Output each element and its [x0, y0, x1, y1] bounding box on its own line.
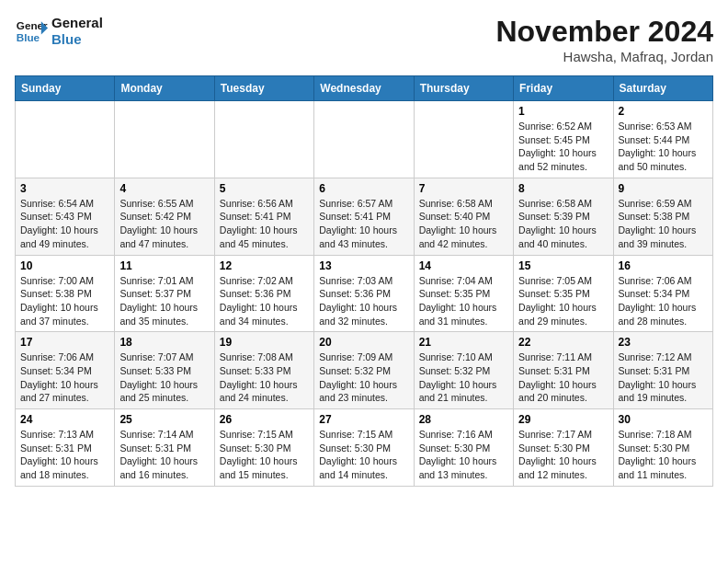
- day-number: 1: [518, 105, 608, 118]
- day-info: Sunrise: 7:03 AMSunset: 5:36 PMDaylight:…: [319, 274, 408, 328]
- day-number: 28: [419, 413, 508, 426]
- day-info: Sunrise: 7:13 AMSunset: 5:31 PMDaylight:…: [20, 428, 109, 482]
- calendar-cell: 11Sunrise: 7:01 AMSunset: 5:37 PMDayligh…: [115, 255, 214, 332]
- day-info: Sunrise: 7:12 AMSunset: 5:31 PMDaylight:…: [619, 350, 708, 405]
- day-number: 15: [518, 259, 608, 272]
- calendar-cell: 29Sunrise: 7:17 AMSunset: 5:30 PMDayligh…: [514, 409, 613, 487]
- day-info: Sunrise: 6:57 AMSunset: 5:41 PMDaylight:…: [319, 197, 408, 251]
- calendar-cell: 18Sunrise: 7:07 AMSunset: 5:33 PMDayligh…: [115, 332, 214, 409]
- calendar-cell: [16, 101, 115, 178]
- weekday-header-monday: Monday: [115, 76, 214, 101]
- day-number: 17: [20, 336, 109, 349]
- day-number: 30: [619, 413, 708, 426]
- day-info: Sunrise: 7:08 AMSunset: 5:33 PMDaylight:…: [220, 350, 309, 405]
- day-info: Sunrise: 7:17 AMSunset: 5:30 PMDaylight:…: [518, 428, 608, 482]
- day-info: Sunrise: 7:10 AMSunset: 5:32 PMDaylight:…: [419, 350, 508, 405]
- calendar-cell: 7Sunrise: 6:58 AMSunset: 5:40 PMDaylight…: [414, 178, 513, 255]
- calendar-cell: 2Sunrise: 6:53 AMSunset: 5:44 PMDaylight…: [613, 101, 712, 178]
- calendar-cell: 26Sunrise: 7:15 AMSunset: 5:30 PMDayligh…: [214, 409, 313, 487]
- calendar-cell: 3Sunrise: 6:54 AMSunset: 5:43 PMDaylight…: [16, 178, 115, 255]
- day-info: Sunrise: 7:04 AMSunset: 5:35 PMDaylight:…: [419, 274, 508, 328]
- calendar-cell: 25Sunrise: 7:14 AMSunset: 5:31 PMDayligh…: [115, 409, 214, 487]
- svg-text:Blue: Blue: [17, 31, 40, 43]
- day-number: 27: [319, 413, 408, 426]
- calendar-cell: 4Sunrise: 6:55 AMSunset: 5:42 PMDaylight…: [115, 178, 214, 255]
- calendar-cell: 24Sunrise: 7:13 AMSunset: 5:31 PMDayligh…: [16, 409, 115, 487]
- day-info: Sunrise: 7:00 AMSunset: 5:38 PMDaylight:…: [20, 274, 109, 328]
- calendar-cell: 22Sunrise: 7:11 AMSunset: 5:31 PMDayligh…: [514, 332, 613, 409]
- day-number: 10: [20, 259, 109, 272]
- weekday-header-thursday: Thursday: [414, 76, 513, 101]
- month-title: November 2024: [495, 15, 713, 49]
- day-info: Sunrise: 6:58 AMSunset: 5:40 PMDaylight:…: [419, 197, 508, 251]
- weekday-header-row: SundayMondayTuesdayWednesdayThursdayFrid…: [16, 76, 713, 101]
- day-info: Sunrise: 7:09 AMSunset: 5:32 PMDaylight:…: [319, 350, 408, 405]
- page-header: General Blue General Blue November 2024 …: [15, 15, 713, 64]
- calendar-cell: 19Sunrise: 7:08 AMSunset: 5:33 PMDayligh…: [214, 332, 313, 409]
- day-number: 5: [220, 182, 309, 195]
- day-number: 21: [419, 336, 508, 349]
- weekday-header-sunday: Sunday: [16, 76, 115, 101]
- day-number: 19: [220, 336, 309, 349]
- calendar-cell: 14Sunrise: 7:04 AMSunset: 5:35 PMDayligh…: [414, 255, 513, 332]
- day-info: Sunrise: 7:06 AMSunset: 5:34 PMDaylight:…: [619, 274, 708, 328]
- day-number: 13: [319, 259, 408, 272]
- day-info: Sunrise: 7:14 AMSunset: 5:31 PMDaylight:…: [119, 428, 209, 482]
- calendar-cell: 27Sunrise: 7:15 AMSunset: 5:30 PMDayligh…: [314, 409, 414, 487]
- calendar-cell: 1Sunrise: 6:52 AMSunset: 5:45 PMDaylight…: [514, 101, 613, 178]
- calendar-cell: 15Sunrise: 7:05 AMSunset: 5:35 PMDayligh…: [514, 255, 613, 332]
- calendar-week-row: 17Sunrise: 7:06 AMSunset: 5:34 PMDayligh…: [16, 332, 713, 409]
- day-number: 2: [619, 105, 708, 118]
- calendar-cell: 23Sunrise: 7:12 AMSunset: 5:31 PMDayligh…: [613, 332, 712, 409]
- day-info: Sunrise: 7:18 AMSunset: 5:30 PMDaylight:…: [619, 428, 708, 482]
- day-info: Sunrise: 6:53 AMSunset: 5:44 PMDaylight:…: [619, 120, 708, 174]
- day-info: Sunrise: 7:07 AMSunset: 5:33 PMDaylight:…: [119, 350, 209, 405]
- calendar-cell: [115, 101, 214, 178]
- calendar-cell: 13Sunrise: 7:03 AMSunset: 5:36 PMDayligh…: [314, 255, 414, 332]
- day-number: 14: [419, 259, 508, 272]
- day-number: 6: [319, 182, 408, 195]
- day-number: 4: [119, 182, 209, 195]
- logo: General Blue General Blue: [15, 15, 103, 48]
- calendar-table: SundayMondayTuesdayWednesdayThursdayFrid…: [15, 75, 713, 487]
- calendar-cell: 21Sunrise: 7:10 AMSunset: 5:32 PMDayligh…: [414, 332, 513, 409]
- calendar-cell: [214, 101, 313, 178]
- day-info: Sunrise: 7:15 AMSunset: 5:30 PMDaylight:…: [319, 428, 408, 482]
- calendar-cell: 9Sunrise: 6:59 AMSunset: 5:38 PMDaylight…: [613, 178, 712, 255]
- calendar-week-row: 1Sunrise: 6:52 AMSunset: 5:45 PMDaylight…: [16, 101, 713, 178]
- calendar-cell: [314, 101, 414, 178]
- day-info: Sunrise: 6:59 AMSunset: 5:38 PMDaylight:…: [619, 197, 708, 251]
- logo-blue: Blue: [51, 31, 103, 48]
- location: Hawsha, Mafraq, Jordan: [495, 49, 713, 64]
- day-number: 7: [419, 182, 508, 195]
- day-number: 16: [619, 259, 708, 272]
- day-info: Sunrise: 6:58 AMSunset: 5:39 PMDaylight:…: [518, 197, 608, 251]
- calendar-week-row: 3Sunrise: 6:54 AMSunset: 5:43 PMDaylight…: [16, 178, 713, 255]
- calendar-cell: 10Sunrise: 7:00 AMSunset: 5:38 PMDayligh…: [16, 255, 115, 332]
- calendar-week-row: 10Sunrise: 7:00 AMSunset: 5:38 PMDayligh…: [16, 255, 713, 332]
- day-info: Sunrise: 7:16 AMSunset: 5:30 PMDaylight:…: [419, 428, 508, 482]
- day-info: Sunrise: 7:01 AMSunset: 5:37 PMDaylight:…: [119, 274, 209, 328]
- day-number: 23: [619, 336, 708, 349]
- day-info: Sunrise: 7:15 AMSunset: 5:30 PMDaylight:…: [220, 428, 309, 482]
- day-info: Sunrise: 6:55 AMSunset: 5:42 PMDaylight:…: [119, 197, 209, 251]
- day-number: 3: [20, 182, 109, 195]
- day-number: 9: [619, 182, 708, 195]
- day-number: 29: [518, 413, 608, 426]
- calendar-cell: 12Sunrise: 7:02 AMSunset: 5:36 PMDayligh…: [214, 255, 313, 332]
- day-info: Sunrise: 7:02 AMSunset: 5:36 PMDaylight:…: [220, 274, 309, 328]
- day-info: Sunrise: 6:54 AMSunset: 5:43 PMDaylight:…: [20, 197, 109, 251]
- day-number: 22: [518, 336, 608, 349]
- calendar-cell: 20Sunrise: 7:09 AMSunset: 5:32 PMDayligh…: [314, 332, 414, 409]
- calendar-week-row: 24Sunrise: 7:13 AMSunset: 5:31 PMDayligh…: [16, 409, 713, 487]
- calendar-cell: 5Sunrise: 6:56 AMSunset: 5:41 PMDaylight…: [214, 178, 313, 255]
- logo-general: General: [51, 15, 103, 31]
- calendar-cell: 8Sunrise: 6:58 AMSunset: 5:39 PMDaylight…: [514, 178, 613, 255]
- day-info: Sunrise: 7:11 AMSunset: 5:31 PMDaylight:…: [518, 350, 608, 405]
- calendar-cell: 16Sunrise: 7:06 AMSunset: 5:34 PMDayligh…: [613, 255, 712, 332]
- day-number: 8: [518, 182, 608, 195]
- day-number: 12: [220, 259, 309, 272]
- day-number: 18: [119, 336, 209, 349]
- calendar-cell: 6Sunrise: 6:57 AMSunset: 5:41 PMDaylight…: [314, 178, 414, 255]
- day-info: Sunrise: 6:56 AMSunset: 5:41 PMDaylight:…: [220, 197, 309, 251]
